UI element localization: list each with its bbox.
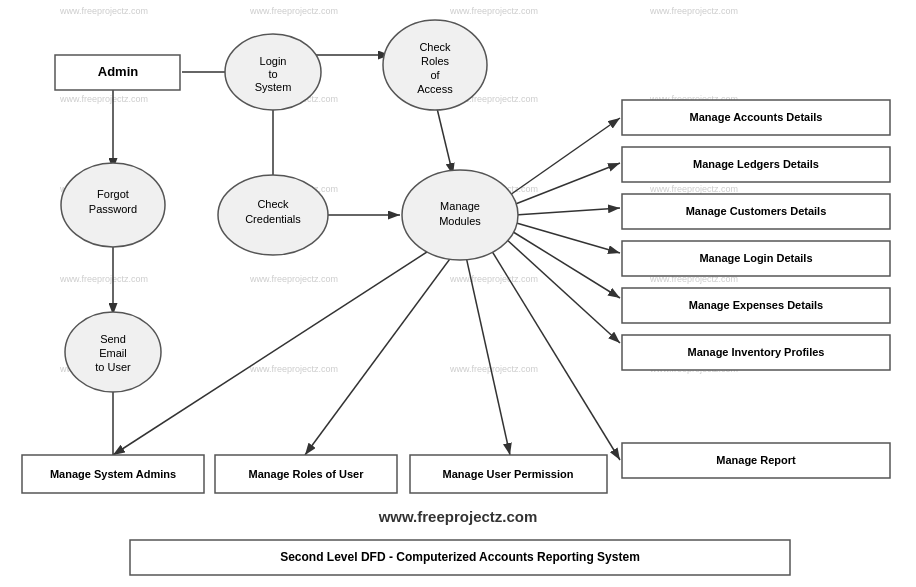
forgot-pwd-label-1: Forgot bbox=[97, 188, 129, 200]
watermark-14: www.freeprojectz.com bbox=[249, 274, 338, 284]
svg-line-12 bbox=[510, 230, 620, 298]
svg-line-13 bbox=[505, 238, 620, 343]
manage-ledgers-label: Manage Ledgers Details bbox=[693, 158, 819, 170]
send-email-label-2: Email bbox=[99, 347, 127, 359]
watermark-1: www.freeprojectz.com bbox=[59, 6, 148, 16]
watermark-13: www.freeprojectz.com bbox=[59, 274, 148, 284]
forgot-pwd-label-2: Password bbox=[89, 203, 137, 215]
manage-modules-label-1: Manage bbox=[440, 200, 480, 212]
watermark-2: www.freeprojectz.com bbox=[249, 6, 338, 16]
watermark-5: www.freeprojectz.com bbox=[59, 94, 148, 104]
login-label-3: System bbox=[255, 81, 292, 93]
svg-line-14 bbox=[490, 248, 620, 460]
svg-line-7 bbox=[435, 100, 453, 175]
check-cred-label-1: Check bbox=[257, 198, 289, 210]
check-cred-label-2: Credentials bbox=[245, 213, 301, 225]
svg-line-10 bbox=[515, 208, 620, 215]
admin-label: Admin bbox=[98, 64, 139, 79]
manage-report-label: Manage Report bbox=[716, 454, 796, 466]
manage-modules-label-2: Modules bbox=[439, 215, 481, 227]
watermark-3: www.freeprojectz.com bbox=[449, 6, 538, 16]
watermark-15: www.freeprojectz.com bbox=[449, 274, 538, 284]
caption-text: Second Level DFD - Computerized Accounts… bbox=[280, 550, 640, 564]
website-footer: www.freeprojectz.com bbox=[378, 508, 538, 525]
manage-system-admins-label: Manage System Admins bbox=[50, 468, 176, 480]
diagram-container: www.freeprojectz.com www.freeprojectz.co… bbox=[0, 0, 916, 587]
svg-line-8 bbox=[510, 118, 620, 195]
manage-accounts-label: Manage Accounts Details bbox=[690, 111, 823, 123]
watermark-4: www.freeprojectz.com bbox=[649, 6, 738, 16]
watermark-12: www.freeprojectz.com bbox=[649, 184, 738, 194]
manage-login-label: Manage Login Details bbox=[699, 252, 812, 264]
send-email-label-3: to User bbox=[95, 361, 131, 373]
login-label-1: Login bbox=[260, 55, 287, 67]
watermark-19: www.freeprojectz.com bbox=[449, 364, 538, 374]
send-email-label-1: Send bbox=[100, 333, 126, 345]
manage-inventory-label: Manage Inventory Profiles bbox=[688, 346, 825, 358]
check-roles-label-1: Check bbox=[419, 41, 451, 53]
svg-line-11 bbox=[513, 222, 620, 253]
watermark-18: www.freeprojectz.com bbox=[249, 364, 338, 374]
manage-customers-label: Manage Customers Details bbox=[686, 205, 827, 217]
manage-expenses-label: Manage Expenses Details bbox=[689, 299, 824, 311]
manage-roles-label: Manage Roles of User bbox=[249, 468, 365, 480]
check-roles-label-3: of bbox=[430, 69, 440, 81]
check-roles-label-4: Access bbox=[417, 83, 453, 95]
login-label-2: to bbox=[268, 68, 277, 80]
manage-user-perm-label: Manage User Permission bbox=[443, 468, 574, 480]
check-roles-label-2: Roles bbox=[421, 55, 450, 67]
